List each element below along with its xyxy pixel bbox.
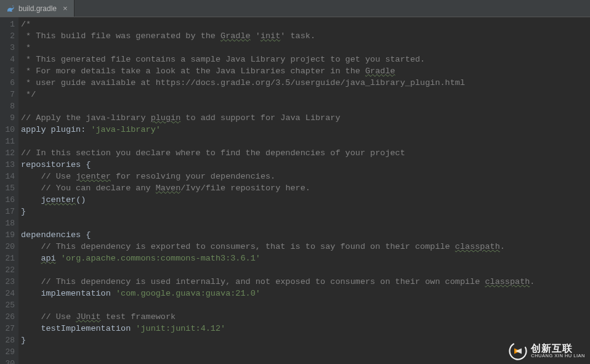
code-line: } <box>21 206 590 217</box>
code-line <box>21 135 590 147</box>
line-number: 18 <box>0 217 15 229</box>
line-number: 13 <box>0 159 15 171</box>
line-number: 20 <box>0 241 15 253</box>
line-number: 16 <box>0 194 15 206</box>
tab-filename: build.gradle <box>18 4 57 13</box>
code-line: testImplementation 'junit:junit:4.12' <box>21 323 590 334</box>
line-number: 17 <box>0 206 15 217</box>
line-number: 4 <box>0 54 15 65</box>
code-line: * This build file was generated by the G… <box>21 30 590 42</box>
code-line: * For more details take a look at the Ja… <box>21 65 590 77</box>
code-line <box>21 100 590 112</box>
code-line: * <box>21 42 590 54</box>
line-number: 22 <box>0 264 15 276</box>
line-number: 6 <box>0 77 15 89</box>
gradle-icon <box>6 4 15 13</box>
code-line: // In this section you declare where to … <box>21 147 590 159</box>
line-number: 7 <box>0 89 15 100</box>
line-number: 24 <box>0 288 15 299</box>
line-number: 15 <box>0 182 15 194</box>
line-number: 28 <box>0 334 15 346</box>
line-number: 19 <box>0 229 15 241</box>
line-number: 9 <box>0 112 15 124</box>
tab-bar: build.gradle × <box>0 0 590 17</box>
line-number-gutter: 1234567891011121314151617181920212223242… <box>0 17 18 364</box>
line-number: 11 <box>0 135 15 147</box>
watermark: 创新互联 CHUANG XIN HU LIAN <box>509 342 585 360</box>
code-line: jcenter() <box>21 194 590 206</box>
line-number: 27 <box>0 323 15 334</box>
code-line: api 'org.apache.commons:commons-math3:3.… <box>21 253 590 264</box>
code-line: dependencies { <box>21 229 590 241</box>
code-line: repositories { <box>21 159 590 171</box>
code-line: * This generated file contains a sample … <box>21 54 590 65</box>
line-number: 5 <box>0 65 15 77</box>
code-line: } <box>21 334 590 346</box>
line-number: 23 <box>0 276 15 288</box>
watermark-en-text: CHUANG XIN HU LIAN <box>531 354 585 358</box>
line-number: 8 <box>0 100 15 112</box>
close-tab-icon[interactable]: × <box>63 4 68 13</box>
code-line: apply plugin: 'java-library' <box>21 124 590 135</box>
editor-area: 1234567891011121314151617181920212223242… <box>0 17 590 364</box>
code-line: // This dependency is exported to consum… <box>21 241 590 253</box>
line-number: 25 <box>0 299 15 311</box>
code-line: // Apply the java-library plugin to add … <box>21 112 590 124</box>
code-editor[interactable]: /* * This build file was generated by th… <box>18 17 590 364</box>
code-line <box>21 299 590 311</box>
watermark-cn-text: 创新互联 <box>531 344 585 354</box>
code-line: * user guide available at https://docs.g… <box>21 77 590 89</box>
code-line <box>21 358 590 364</box>
line-number: 14 <box>0 171 15 182</box>
line-number: 12 <box>0 147 15 159</box>
code-line <box>21 346 590 358</box>
code-line: // This dependency is used internally, a… <box>21 276 590 288</box>
code-line <box>21 264 590 276</box>
line-number: 3 <box>0 42 15 54</box>
line-number: 30 <box>0 358 15 364</box>
code-line: implementation 'com.google.guava:guava:2… <box>21 288 590 299</box>
line-number: 2 <box>0 30 15 42</box>
line-number: 1 <box>0 18 15 30</box>
line-number: 10 <box>0 124 15 135</box>
line-number: 26 <box>0 311 15 323</box>
line-number: 21 <box>0 253 15 264</box>
code-line: // Use jcenter for resolving your depend… <box>21 171 590 182</box>
code-line: // Use JUnit test framework <box>21 311 590 323</box>
code-line: /* <box>21 18 590 30</box>
line-number: 29 <box>0 346 15 358</box>
watermark-logo-icon <box>509 342 527 360</box>
code-line: // You can declare any Maven/Ivy/file re… <box>21 182 590 194</box>
code-line: */ <box>21 89 590 100</box>
file-tab[interactable]: build.gradle × <box>0 0 75 17</box>
code-line <box>21 217 590 229</box>
